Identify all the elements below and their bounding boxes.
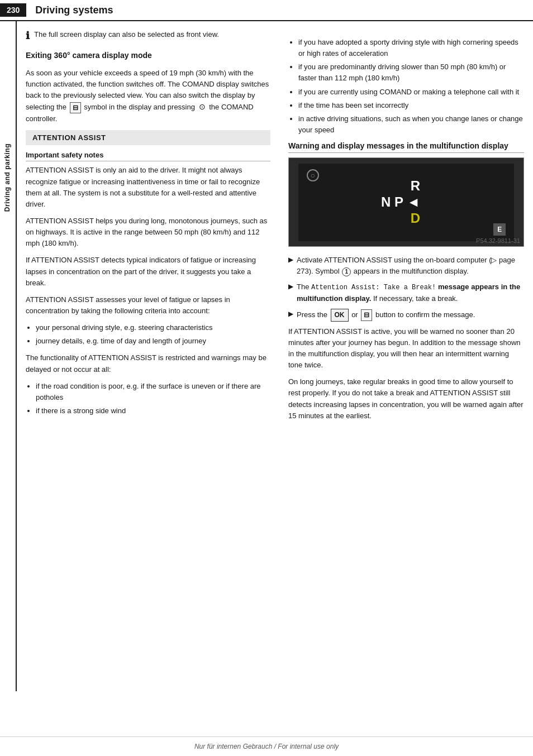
bullet-2-text: The Attention Assist: Take a Break! mess… bbox=[297, 281, 524, 304]
sidebar-label: Driving and parking bbox=[0, 88, 15, 267]
gear-np: N P ◄ bbox=[381, 194, 420, 210]
safety-para4: ATTENTION ASSIST assesses your level of … bbox=[26, 294, 270, 317]
list-item: if you have adopted a sporty driving sty… bbox=[298, 37, 524, 59]
left-column: ℹ The full screen display can also be se… bbox=[17, 21, 279, 691]
display-image-inner: ○ R N P ◄ D E bbox=[298, 164, 514, 241]
restrictions-list-continued: if you have adopted a sporty driving sty… bbox=[298, 37, 524, 136]
bullet-3: ▶ Press the OK or ⊟ button to confirm th… bbox=[288, 309, 524, 322]
gear-d: D bbox=[411, 210, 420, 227]
monospace-text: Attention Assist: Take a Break! bbox=[311, 284, 436, 291]
info-box: ℹ The full screen display can also be se… bbox=[26, 29, 270, 42]
circle-1-icon: ○ bbox=[307, 169, 319, 181]
page-wrapper: 230 Driving systems Driving and parking … bbox=[0, 0, 533, 756]
bullet-1: ▶ Activate ATTENTION ASSIST using the on… bbox=[288, 255, 524, 277]
back-symbol-icon: ⊟ bbox=[70, 102, 81, 114]
sidebar-text: Driving and parking bbox=[3, 143, 11, 212]
list-item: if there is a strong side wind bbox=[36, 405, 270, 417]
safety-para1: ATTENTION ASSIST is only an aid to the d… bbox=[26, 165, 270, 210]
arrow-icon: ▶ bbox=[288, 283, 293, 290]
bullet-1-text: Activate ATTENTION ASSIST using the on-b… bbox=[297, 255, 524, 277]
grid-e-icon: E bbox=[493, 223, 506, 236]
list-item: your personal driving style, e.g. steeri… bbox=[36, 322, 270, 333]
list-item: if you are predominantly driving slower … bbox=[298, 61, 524, 84]
main-content: ℹ The full screen display can also be se… bbox=[17, 21, 533, 691]
circle-1-ref: 1 bbox=[342, 267, 351, 276]
list-item: if you are currently using COMAND or mak… bbox=[298, 87, 524, 98]
restrictions-list: if the road condition is poor, e.g. if t… bbox=[36, 381, 270, 417]
safety-para2: ATTENTION ASSIST helps you during long, … bbox=[26, 216, 270, 249]
warning-section-heading: Warning and display messages in the mult… bbox=[288, 141, 524, 153]
warning-para2: On long journeys, take regular breaks in… bbox=[288, 376, 524, 422]
sidebar-strip: Driving and parking bbox=[0, 21, 17, 691]
list-item: journey details, e.g. time of day and le… bbox=[36, 336, 270, 347]
important-safety-heading: Important safety notes bbox=[26, 151, 270, 161]
back-symbol-icon-2: ⊟ bbox=[361, 309, 372, 321]
page-footer: Nur für internen Gebrauch / For internal… bbox=[0, 736, 533, 756]
right-column: if you have adopted a sporty driving sty… bbox=[279, 21, 533, 691]
controller-symbol-icon: ⊙ bbox=[199, 102, 206, 111]
list-item: if the time has been set incorrectly bbox=[298, 100, 524, 111]
arrow-icon: ▶ bbox=[288, 256, 293, 264]
dashboard-display-image: ○ R N P ◄ D E P54.32-9811-31 bbox=[288, 157, 524, 247]
page-number: 230 bbox=[0, 3, 26, 17]
attention-assist-box: ATTENTION ASSIST bbox=[26, 130, 270, 145]
page-header: 230 Driving systems bbox=[0, 0, 533, 21]
content-area: Driving and parking ℹ The full screen di… bbox=[0, 21, 533, 691]
warning-para1: If ATTENTION ASSIST is active, you will … bbox=[288, 326, 524, 371]
list-item: in active driving situations, such as wh… bbox=[298, 113, 524, 136]
info-text: The full screen display can also be sele… bbox=[34, 29, 219, 40]
safety-para3: If ATTENTION ASSIST detects typical indi… bbox=[26, 255, 270, 288]
footer-text: Nur für internen Gebrauch / For internal… bbox=[194, 743, 339, 750]
criteria-list: your personal driving style, e.g. steeri… bbox=[36, 322, 270, 347]
page-title: Driving systems bbox=[35, 4, 113, 16]
arrow-icon: ▶ bbox=[288, 310, 293, 318]
safety-para5: The functionality of ATTENTION ASSIST is… bbox=[26, 352, 270, 375]
bullet-3-text: Press the OK or ⊟ button to confirm the … bbox=[297, 309, 475, 322]
info-icon: ℹ bbox=[26, 30, 30, 42]
gear-display: R N P ◄ D bbox=[381, 178, 431, 226]
image-caption: P54.32-9811-31 bbox=[476, 237, 520, 244]
exiting-heading: Exiting 360° camera display mode bbox=[26, 51, 270, 62]
list-item: if the road condition is poor, e.g. if t… bbox=[36, 381, 270, 403]
ok-button-icon: OK bbox=[331, 309, 349, 322]
exiting-body: As soon as your vehicle exceeds a speed … bbox=[26, 68, 270, 125]
bullet-2: ▶ The Attention Assist: Take a Break! me… bbox=[288, 281, 524, 304]
gear-r: R bbox=[411, 178, 420, 194]
